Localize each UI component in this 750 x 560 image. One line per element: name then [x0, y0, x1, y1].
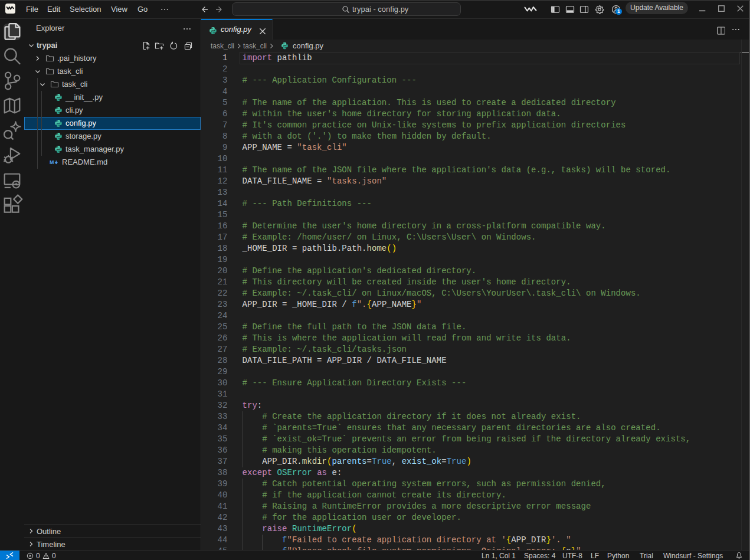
svg-text:M: M	[50, 159, 54, 165]
